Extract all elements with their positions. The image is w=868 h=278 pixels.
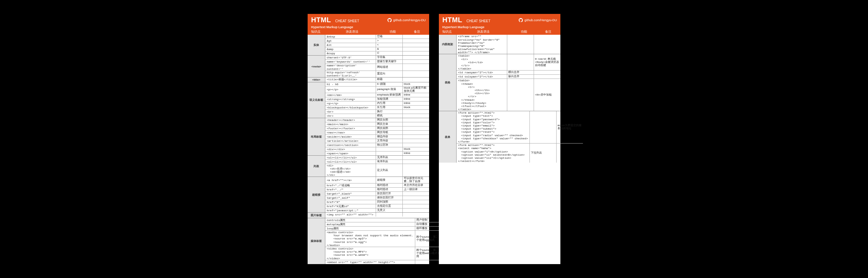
note-cell [534,75,560,79]
table-row: target="_self" 保持页面打开 [325,196,429,200]
function-cell [507,35,534,54]
syntax-cell: &copy [325,51,376,55]
function-cell: 侧边内容 [376,135,403,139]
note-cell: inline [403,97,429,101]
syntax-cell: <footer></footer> [325,126,376,130]
table-row: <form action="*.html"> <input type="text… [457,111,583,144]
syntax-cell: <article></article> [325,139,376,143]
cheatsheet-page-2: HTML CHEAT SHEET github.com/Hengyu-DU Hy… [439,14,560,264]
function-cell: 两个source，第二个使用ogg格式 [415,231,442,247]
syntax-cell: <br> [325,110,376,114]
table-row: &amp & [325,47,429,51]
function-cell: > [376,39,403,43]
syntax-cell: <nav></nav> [325,131,376,134]
syntax-cell: &gt [325,39,376,43]
function-cell: 内引用 [376,101,403,105]
table-row: &nbsp 空格 [325,35,429,39]
function-cell: 相对路径 [376,188,403,191]
github-link[interactable]: github.com/Hengyu-DU [519,18,557,22]
syntax-cell: <main></main> [325,122,376,126]
syntax-cell: http-equiv='refresh' content='3;url=__' [325,71,376,77]
syntax-cell: <em></em> [325,93,376,97]
table-row: name='keywords' content='' 搜索引擎关键字 [325,60,429,64]
header: HTML CHEAT SHEET github.com/Hengyu-DU [308,14,429,25]
syntax-cell: <ul><li></li></ul> [325,156,376,160]
note-cell [403,156,429,160]
table-row: <blockquote></blockquote> 长引用 block [325,106,429,110]
note-cell: tr: row td: 单元格 <tbody>会被浏览器自动创建 [534,54,560,70]
subtitle: Hypertext Markup Language [439,25,560,29]
syntax-cell: href="#" [325,200,376,204]
note-cell [403,139,429,143]
syntax-cell: name='description' content='' [325,64,376,70]
syntax-cell: <a href=""></a> [325,177,376,183]
col-knowledge: 知识点 [439,30,455,34]
section-label: 表格 [439,54,457,111]
syntax-cell: name='keywords' content='' [325,60,376,64]
note-cell: inline [403,101,429,105]
syntax-cell: <video controls> <source src="a.MP4"> <s… [325,247,415,260]
function-cell: emphasis 斜体强调 [376,93,403,97]
section-label: <meta> [308,56,325,77]
col-syntax: 涉及语法 [324,30,381,34]
function-cell: < [376,43,403,47]
function-cell: & [376,47,403,51]
table-row: http-equiv='refresh' content='3;url=__' … [325,71,429,77]
syntax-cell: <audio controls> Your browser does not s… [325,231,415,247]
table-row: <footer></footer> 网页底部 [325,126,429,131]
section-rows: <a href=""></a> 超链接 可以嵌套任何元素，除了自身 href="… [325,177,429,212]
syntax-cell: target="_self" [325,196,376,200]
syntax-cell: <embed src="" type="" width="" height=""… [325,260,415,264]
function-cell: 换行 [376,110,403,114]
column-header: 知识点 涉及语法 功能 备注 [439,29,560,35]
syntax-cell: loop属性 [325,227,415,230]
section-label: 图片标签 [308,213,325,218]
section-rows: <form action="*.html"> <input type="text… [457,111,583,163]
function-cell: 纵向合并 [507,75,534,79]
github-link[interactable]: github.com/Hengyu-DU [387,18,426,22]
note-cell [403,71,429,77]
note-cell [403,39,429,43]
table-row: <p></p> paragraph 段落 block p元素里不能放块元素 [325,87,429,93]
section: <meta> charset='UTF-8' 字符集 name='keyword… [308,56,429,77]
table-row: <hr> 横线 [325,114,429,118]
header: HTML CHEAT SHEET github.com/Hengyu-DU [439,14,560,25]
syntax-cell: h1 - h6 [325,82,376,86]
note-cell [403,114,429,118]
syntax-cell: <hr> [325,114,376,118]
col-note: 备注 [536,30,560,34]
note-cell [403,213,429,216]
table-row: <td rowspan="2"></td> 横向合并 [457,71,560,75]
section-rows: <title>标题</title> 标题 [325,77,429,82]
section-rows: h1 - h6 6~跟随 block <p></p> paragraph 段落 … [325,82,429,118]
function-cell: 有序列表 [376,160,403,164]
note-cell: inline [403,93,429,97]
col-function: 功能 [512,30,536,34]
syntax-cell: <form action="*.html"> <select name="hah… [457,144,530,163]
note-cell [403,164,429,177]
function-cell: 无序列表 [376,156,403,160]
section: 表单 <form action="*.html"> <input type="t… [439,111,560,163]
note-cell [403,208,429,212]
syntax-cell: <img src="" alt="" width=""> [325,213,376,216]
syntax-cell: href="./"或省略 [325,183,376,187]
note-cell [403,60,429,64]
syntax-cell: <aside></aside> [325,135,376,139]
table-row: <ol><li></li></ol> 有序列表 [325,160,429,164]
table-row: <dl> <dt>名词</dt> <dd>描述</dd> </dl> 定义列表 [325,164,429,177]
function-cell: 空格 [376,35,403,39]
function-cell: 新页面打开 [376,192,403,196]
syntax-cell: <div></div> [325,147,376,151]
syntax-cell: <td colspan="2"></td> [457,75,507,79]
note-cell [403,196,429,200]
function-cell: 回到顶部 [376,200,403,204]
section-rows: <table> <tr> <td></td> </tr> </table> tr… [457,54,560,111]
table-row: &gt > [325,39,429,43]
section-rows: <ul><li></li></ul> 无序列表 <ol><li></li></o… [325,156,429,177]
column-header: 知识点 涉及语法 功能 备注 [308,29,429,35]
function-cell: 超链接 [376,177,403,183]
function-cell: 6~跟随 [376,82,403,86]
subtitle: Hypertext Markup Language [308,25,429,29]
function-cell: 循环播放 [415,227,442,230]
note-cell [403,56,429,59]
